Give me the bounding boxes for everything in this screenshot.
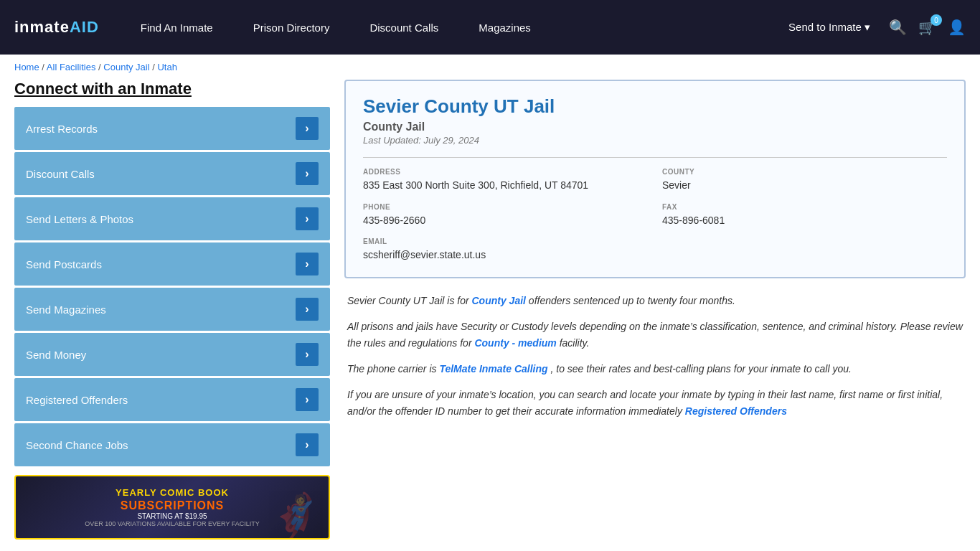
chevron-right-icon: › (296, 117, 319, 140)
description-p1: Sevier County UT Jail is for County Jail… (347, 293, 963, 309)
sidebar-item-discount-calls[interactable]: Discount Calls › (14, 152, 330, 195)
sidebar-menu: Arrest Records › Discount Calls › Send L… (14, 107, 330, 466)
facility-type: County Jail (363, 121, 947, 133)
description-p4: If you are unsure of your inmate’s locat… (347, 387, 963, 419)
facility-name: Sevier County UT Jail (363, 95, 947, 118)
county-jail-link[interactable]: County Jail (472, 295, 526, 306)
nav-find-an-inmate[interactable]: Find An Inmate (121, 0, 233, 55)
phone-label: PHONE (363, 203, 648, 211)
sidebar-label: Send Postcards (26, 258, 102, 270)
search-icon[interactable]: 🔍 (889, 19, 907, 36)
fax-label: FAX (662, 203, 947, 211)
breadcrumb: Home / All Facilities / County Jail / Ut… (0, 55, 980, 80)
breadcrumb-home[interactable]: Home (14, 62, 39, 72)
header-right: Send to Inmate ▾ 🔍 🛒 0 👤 (781, 19, 966, 36)
nav-discount-calls[interactable]: Discount Calls (349, 0, 458, 55)
nav-prison-directory[interactable]: Prison Directory (233, 0, 350, 55)
breadcrumb-county-jail[interactable]: County Jail (103, 62, 149, 72)
description-area: Sevier County UT Jail is for County Jail… (344, 293, 966, 419)
sidebar-label: Send Money (26, 349, 86, 361)
ad-title-line2: SUBSCRIPTIONS (85, 499, 260, 512)
info-grid: ADDRESS 835 East 300 North Suite 300, Ri… (363, 157, 947, 263)
info-phone: PHONE 435-896-2660 (363, 203, 648, 228)
fax-value: 435-896-6081 (662, 214, 947, 228)
sidebar-item-send-money[interactable]: Send Money › (14, 333, 330, 376)
sidebar-label: Registered Offenders (26, 394, 128, 406)
user-icon[interactable]: 👤 (948, 19, 966, 36)
sidebar-label: Second Chance Jobs (26, 439, 128, 451)
ad-decoration: 🦸 (269, 495, 323, 538)
county-medium-link[interactable]: County - medium (474, 337, 556, 349)
ad-content: YEARLY COMIC BOOK SUBSCRIPTIONS STARTING… (85, 487, 260, 527)
chevron-right-icon: › (296, 162, 319, 185)
breadcrumb-utah[interactable]: Utah (157, 62, 176, 72)
chevron-right-icon: › (296, 433, 319, 456)
facility-card: Sevier County UT Jail County Jail Last U… (344, 80, 966, 278)
description-p2: All prisons and jails have Security or C… (347, 319, 963, 351)
county-label: COUNTY (662, 168, 947, 176)
address-label: ADDRESS (363, 168, 648, 176)
chevron-right-icon: › (296, 253, 319, 276)
address-value: 835 East 300 North Suite 300, Richfield,… (363, 179, 648, 193)
sidebar-item-send-postcards[interactable]: Send Postcards › (14, 242, 330, 286)
main-container: Connect with an Inmate Arrest Records › … (0, 80, 980, 551)
ad-price: STARTING AT $19.95 (85, 512, 260, 520)
send-to-inmate-button[interactable]: Send to Inmate ▾ (781, 21, 877, 34)
main-nav: Find An Inmate Prison Directory Discount… (121, 0, 781, 55)
ad-title-line1: YEARLY COMIC BOOK (85, 487, 260, 499)
email-label: EMAIL (363, 237, 947, 245)
cart-badge: 0 (930, 14, 942, 26)
info-county: COUNTY Sevier (662, 168, 947, 193)
info-fax: FAX 435-896-6081 (662, 203, 947, 228)
chevron-right-icon: › (296, 343, 319, 366)
sidebar-item-send-magazines[interactable]: Send Magazines › (14, 288, 330, 331)
info-address: ADDRESS 835 East 300 North Suite 300, Ri… (363, 168, 648, 193)
logo-text: inmateAID (14, 18, 99, 37)
sidebar-item-registered-offenders[interactable]: Registered Offenders › (14, 378, 330, 421)
sidebar-label: Arrest Records (26, 123, 98, 135)
sidebar-item-arrest-records[interactable]: Arrest Records › (14, 107, 330, 150)
sidebar-item-second-chance-jobs[interactable]: Second Chance Jobs › (14, 423, 330, 466)
sidebar-item-send-letters[interactable]: Send Letters & Photos › (14, 197, 330, 240)
logo[interactable]: inmateAID (14, 18, 99, 37)
sidebar-label: Discount Calls (26, 168, 95, 180)
description-p3: The phone carrier is TelMate Inmate Call… (347, 361, 963, 377)
chevron-right-icon: › (296, 388, 319, 411)
nav-magazines[interactable]: Magazines (458, 0, 551, 55)
chevron-right-icon: › (296, 207, 319, 230)
sidebar: Connect with an Inmate Arrest Records › … (14, 80, 330, 540)
content-area: Sevier County UT Jail County Jail Last U… (344, 80, 966, 540)
county-value: Sevier (662, 179, 947, 193)
email-value: scsheriff@sevier.state.ut.us (363, 248, 947, 263)
cart-icon[interactable]: 🛒 0 (918, 19, 936, 36)
facility-updated: Last Updated: July 29, 2024 (363, 135, 947, 146)
chevron-right-icon: › (296, 298, 319, 321)
sidebar-label: Send Magazines (26, 303, 106, 316)
ad-banner[interactable]: YEARLY COMIC BOOK SUBSCRIPTIONS STARTING… (14, 475, 330, 540)
header: inmateAID Find An Inmate Prison Director… (0, 0, 980, 55)
telmate-link[interactable]: TelMate Inmate Calling (439, 363, 547, 375)
breadcrumb-all-facilities[interactable]: All Facilities (47, 62, 96, 72)
info-email: EMAIL scsheriff@sevier.state.ut.us (363, 237, 947, 263)
registered-offenders-link[interactable]: Registered Offenders (685, 405, 787, 417)
sidebar-title: Connect with an Inmate (14, 80, 330, 98)
phone-value: 435-896-2660 (363, 214, 648, 228)
sidebar-label: Send Letters & Photos (26, 213, 133, 225)
ad-note: OVER 100 VARIATIONS AVAILABLE FOR EVERY … (85, 520, 260, 527)
